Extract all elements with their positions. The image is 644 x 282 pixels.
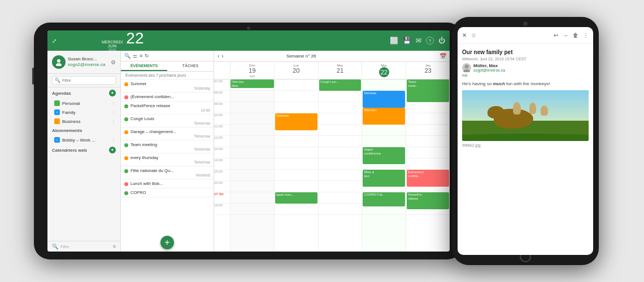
sidebar-bottom-search: 🔍 Filtre ≡ xyxy=(47,241,120,252)
email-attachment-image[interactable] xyxy=(462,90,589,141)
event-color-dot xyxy=(124,130,128,134)
list-item[interactable]: SummerYesterday xyxy=(121,80,214,92)
filter-icon[interactable]: ≡ xyxy=(113,244,116,249)
sidebar: Susan Brocc... sogo2@inverse.ca ⚙ 🔍 Agen… xyxy=(47,51,121,252)
event-color-dot xyxy=(124,143,128,147)
family-color-dot: ✓ xyxy=(54,109,60,115)
day-header-mon: Lun 20 xyxy=(274,62,318,79)
list-item[interactable]: Fête nationale du Qu...Vendredi xyxy=(121,166,214,179)
search-input[interactable] xyxy=(62,78,113,82)
search-icon: 🔍 xyxy=(55,78,60,83)
tablet-topbar: ⤢ MERCREDI JUIN 2016 22 ⬜ 💾 ✉ ? ⏻ xyxy=(47,30,450,51)
mail-icon[interactable]: ✉ xyxy=(416,37,421,45)
add-event-button[interactable]: + xyxy=(160,236,174,249)
filter-icon[interactable]: ⚌ xyxy=(133,53,137,59)
sidebar-item-family[interactable]: ✓ Family ⋮ xyxy=(47,108,120,117)
email-subject: Our new family pet xyxy=(462,49,589,56)
event-color-dot xyxy=(124,95,128,99)
tablet-volume-button xyxy=(32,68,34,85)
calendar-body: 07:00 08:00 09:00 10:00 11:00 12:00 13:0… xyxy=(214,80,450,252)
day-col-wed: Dentiste Réunion Appelconférence xyxy=(362,80,406,252)
kebab-icon[interactable]: ⋮ xyxy=(111,110,116,115)
events-list: SummerYesterday (Évènement confiden... P… xyxy=(121,80,214,233)
topbar-date: MERCREDI JUIN 2016 xyxy=(102,40,123,51)
day-header-sun: Dim 19 Jun xyxy=(230,62,274,79)
business-color-dot xyxy=(54,118,60,124)
day-header-tue: Mar 21 xyxy=(318,62,362,79)
event-color-dot xyxy=(124,104,128,108)
email-to: me xyxy=(462,73,589,77)
help-icon[interactable]: ? xyxy=(426,37,434,45)
list-item[interactable]: Congé LouisTomorrow xyxy=(121,114,214,127)
refresh-icon[interactable]: ↻ xyxy=(145,53,149,59)
calendar-toolbar: ‹ › Semaine n° 26 📅 xyxy=(214,51,450,62)
add-webcal-button[interactable]: + xyxy=(109,147,116,153)
list-item[interactable]: Lunch with Bob... xyxy=(121,179,214,188)
events-header: Événements des 7 prochains jours xyxy=(121,72,214,80)
events-tabs: ÉVÉNEMENTS TÂCHES xyxy=(121,61,214,72)
prev-icon[interactable]: ‹ xyxy=(217,53,219,59)
list-item[interactable]: Team meetingTomorrow xyxy=(121,140,214,153)
email-from-row: Müller, Max sogot@inverse.ca xyxy=(462,63,589,72)
events-panel: 🔍 ⚌ ≡ ↻ ÉVÉNEMENTS TÂCHES Événements des… xyxy=(121,51,214,252)
calendar-days-body: Fête desfêtes xyxy=(230,80,450,252)
subscriptions-section: Abonnements xyxy=(47,126,120,135)
personal-color-dot xyxy=(54,100,60,106)
window-icon[interactable]: ⬜ xyxy=(390,37,398,45)
expand-icon[interactable]: ⤢ xyxy=(52,38,56,44)
sidebar-user: Susan Brocc... sogo2@inverse.ca ⚙ xyxy=(47,51,120,74)
kebab-icon[interactable]: ⋮ xyxy=(111,138,116,143)
topbar-date-number: 22 xyxy=(126,30,143,46)
phone-topbar: ✕ ☆ ↩ → 🗑 ⋮ xyxy=(458,27,593,44)
tab-tasks[interactable]: TÂCHES xyxy=(167,61,214,71)
save-icon[interactable]: 💾 xyxy=(403,37,411,45)
more-icon[interactable]: ⋮ xyxy=(583,32,589,38)
event-color-dot xyxy=(124,169,128,173)
search-icon: 🔍 xyxy=(52,244,58,249)
calendar-panel: ‹ › Semaine n° 26 📅 Dim 19 Jun xyxy=(214,51,450,252)
list-item[interactable]: every thursdayTomorrow xyxy=(121,153,214,166)
sort-icon[interactable]: ≡ xyxy=(140,53,142,59)
kebab-icon[interactable]: ⋮ xyxy=(111,101,116,106)
events-toolbar: 🔍 ⚌ ≡ ↻ xyxy=(121,51,214,61)
next-icon[interactable]: › xyxy=(221,53,223,59)
list-item[interactable]: (Évènement confiden... xyxy=(121,92,214,102)
event-color-dot xyxy=(124,182,128,186)
delete-icon[interactable]: 🗑 xyxy=(573,32,578,38)
tablet-screen: ⤢ MERCREDI JUIN 2016 22 ⬜ 💾 ✉ ? ⏻ xyxy=(47,30,450,252)
day-col-sun: Fête desfêtes xyxy=(230,80,274,252)
day-header-wed: Mer 22 xyxy=(362,62,406,79)
svg-point-1 xyxy=(56,63,62,66)
settings-icon[interactable]: ⚙ xyxy=(111,59,116,65)
star-icon[interactable]: ☆ xyxy=(471,32,476,38)
user-info: Susan Brocc... sogo2@inverse.ca xyxy=(68,56,105,67)
email-date: Mittwoch, Juni 22, 2016 19:54 CEST xyxy=(462,57,589,61)
topbar-icons: ⬜ 💾 ✉ ? ⏻ xyxy=(390,37,445,45)
sidebar-item-personal[interactable]: Personal ⋮ xyxy=(47,99,120,108)
bobby-color-dot: ✓ xyxy=(54,137,60,143)
list-item[interactable]: Garage – changement...Tomorrow xyxy=(121,127,214,140)
list-item[interactable]: COPRO xyxy=(121,188,214,197)
forward-icon[interactable]: → xyxy=(563,32,568,38)
search-icon[interactable]: 🔍 xyxy=(124,53,130,59)
calendar-icon[interactable]: 📅 xyxy=(440,53,446,59)
sender-info: Müller, Max sogot@inverse.ca xyxy=(473,63,505,72)
sidebar-item-business[interactable]: Business ⋮ xyxy=(47,117,120,126)
tab-events[interactable]: ÉVÉNEMENTS xyxy=(121,61,167,71)
svg-point-3 xyxy=(463,69,470,72)
sidebar-item-bobby[interactable]: ✓ Bobby – Work ... ⋮ xyxy=(47,135,120,144)
kebab-icon[interactable]: ⋮ xyxy=(111,119,116,124)
list-item[interactable]: PacketFence release14:00 xyxy=(121,102,214,114)
day-col-thu: Teammeet... Évènementconfide. xyxy=(406,80,450,252)
web-calendars-section: Calendriers web + xyxy=(47,144,120,156)
close-icon[interactable]: ✕ xyxy=(462,32,467,38)
svg-point-2 xyxy=(465,65,469,69)
phone: ✕ ☆ ↩ → 🗑 ⋮ Our new family pet Mittwoch,… xyxy=(452,17,599,265)
phone-screen: ✕ ☆ ↩ → 🗑 ⋮ Our new family pet Mittwoch,… xyxy=(458,27,593,255)
day-col-tue: Congé Loui... xyxy=(318,80,362,252)
svg-point-0 xyxy=(57,59,60,63)
power-icon[interactable]: ⏻ xyxy=(438,37,445,45)
phone-camera xyxy=(523,21,528,26)
reply-icon[interactable]: ↩ xyxy=(554,32,558,38)
add-agenda-button[interactable]: + xyxy=(109,90,116,96)
